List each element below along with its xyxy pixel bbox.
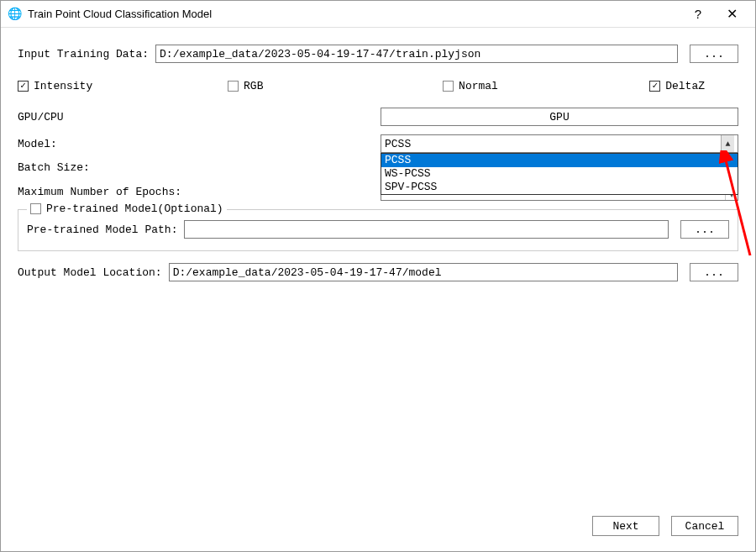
output-browse-button[interactable]: ... bbox=[690, 263, 738, 281]
input-data-row: Input Training Data: ... bbox=[18, 45, 738, 63]
deltaz-checkbox[interactable]: ✓ bbox=[649, 81, 660, 92]
chevron-down-icon: ▲ bbox=[721, 135, 734, 152]
model-option-spv-pcss[interactable]: SPV-PCSS bbox=[381, 181, 738, 194]
batch-size-label: Batch Size: bbox=[18, 161, 90, 174]
help-button[interactable]: ? bbox=[681, 1, 715, 28]
rgb-checkbox[interactable] bbox=[228, 81, 239, 92]
gpu-cpu-value: GPU bbox=[385, 111, 734, 124]
pretrained-legend-label: Pre-trained Model(Optional) bbox=[46, 202, 223, 215]
dialog-buttons: Next Cancel bbox=[592, 516, 738, 536]
cancel-button[interactable]: Cancel bbox=[671, 516, 738, 536]
rgb-label: RGB bbox=[244, 80, 263, 92]
model-label: Model: bbox=[18, 138, 57, 150]
gpu-cpu-combo[interactable]: GPU bbox=[381, 108, 738, 126]
input-data-field[interactable] bbox=[155, 45, 678, 63]
output-label: Output Model Location: bbox=[18, 266, 162, 279]
normal-check-item: Normal bbox=[443, 80, 616, 92]
titlebar: 🌐 Train Point Cloud Classification Model… bbox=[1, 1, 755, 28]
close-button[interactable]: ✕ bbox=[715, 1, 748, 28]
dialog-content: Input Training Data: ... ✓ Intensity RGB… bbox=[1, 28, 755, 281]
input-data-label: Input Training Data: bbox=[18, 48, 149, 60]
window-title: Train Point Cloud Classification Model bbox=[28, 8, 681, 20]
intensity-check-item: ✓ Intensity bbox=[18, 80, 194, 92]
rgb-check-item: RGB bbox=[228, 80, 409, 92]
pretrained-checkbox[interactable] bbox=[30, 203, 41, 214]
pretrained-path-field[interactable] bbox=[184, 220, 669, 239]
pretrained-path-label: Pre-trained Model Path: bbox=[27, 223, 177, 236]
epochs-label: Maximum Number of Epochs: bbox=[18, 186, 181, 198]
gpu-cpu-row: GPU/CPU GPU bbox=[18, 108, 738, 126]
output-row: Output Model Location: ... bbox=[18, 263, 738, 281]
intensity-checkbox[interactable]: ✓ bbox=[18, 81, 29, 92]
deltaz-label: DeltaZ bbox=[665, 80, 705, 92]
input-data-browse-button[interactable]: ... bbox=[690, 45, 738, 63]
deltaz-check-item: ✓ DeltaZ bbox=[649, 80, 705, 92]
pretrained-path-row: Pre-trained Model Path: ... bbox=[27, 220, 729, 239]
model-option-ws-pcss[interactable]: WS-PCSS bbox=[381, 167, 738, 181]
model-row: Model: PCSS ▲ PCSS WS-PCSS SPV-PCSS bbox=[18, 134, 738, 153]
model-option-pcss[interactable]: PCSS bbox=[381, 154, 738, 167]
pretrained-legend: Pre-trained Model(Optional) bbox=[27, 202, 227, 215]
model-combo[interactable]: PCSS ▲ PCSS WS-PCSS SPV-PCSS bbox=[381, 134, 738, 153]
normal-label: Normal bbox=[459, 80, 498, 92]
pretrained-fieldset: Pre-trained Model(Optional) Pre-trained … bbox=[18, 209, 738, 251]
pretrained-browse-button[interactable]: ... bbox=[680, 220, 729, 239]
feature-checkboxes-row: ✓ Intensity RGB Normal ✓ DeltaZ bbox=[18, 80, 738, 92]
gpu-cpu-label: GPU/CPU bbox=[18, 111, 64, 124]
intensity-label: Intensity bbox=[34, 80, 92, 92]
normal-checkbox[interactable] bbox=[443, 81, 454, 92]
output-field[interactable] bbox=[169, 263, 678, 281]
model-value: PCSS bbox=[385, 138, 721, 150]
next-button[interactable]: Next bbox=[592, 516, 659, 536]
model-dropdown: PCSS WS-PCSS SPV-PCSS bbox=[381, 153, 738, 195]
app-icon: 🌐 bbox=[8, 8, 21, 21]
